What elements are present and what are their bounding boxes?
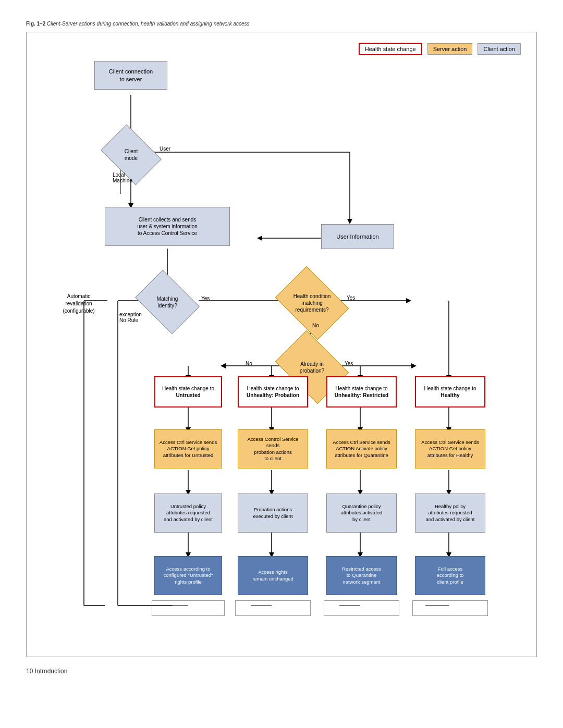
local-machine-label: Local Machine <box>113 172 132 183</box>
health-healthy-box: Health state change to Healthy <box>415 376 485 408</box>
fig-number: Fig. 1–2 <box>26 21 45 27</box>
health-condition-label: Health condition matching requirements? <box>282 281 342 325</box>
legend-health-box: Health state change <box>359 43 422 55</box>
client-restricted-box: Quarantine policy attributes activated b… <box>326 493 397 533</box>
action-healthy-label: Access Ctrl Service sends ACTION Get pol… <box>421 439 479 459</box>
user-label: User <box>160 146 170 152</box>
result-healthy-label: Full access according to client profile <box>437 566 464 585</box>
exception-text: exception No Rule <box>119 312 142 323</box>
matching-identity-label: Matching Identity? <box>141 282 193 322</box>
no2-label: No <box>246 361 252 366</box>
health-untrusted-bold: Untrusted <box>176 392 200 399</box>
bracket-restricted <box>324 600 399 616</box>
health-restricted-title: Health state change to <box>335 385 387 392</box>
svg-marker-15 <box>406 298 411 303</box>
fig-caption: Fig. 1–2 Client-Server actions during co… <box>26 21 537 27</box>
already-probation-text: Already in probation? <box>300 361 324 374</box>
bracket-healthy <box>412 600 488 616</box>
legend-client-box: Client action <box>478 43 521 55</box>
result-probation-label: Access rights remain unchanged <box>252 569 293 582</box>
health-healthy-bold: Healthy <box>440 392 459 399</box>
user-information-label: User Information <box>336 233 378 240</box>
client-connection-label: Client connection to server <box>109 68 153 83</box>
yes2-text: Yes <box>347 295 355 301</box>
legend-server-label: Server action <box>433 46 467 52</box>
user-text: User <box>160 146 170 152</box>
client-collects-label: Client collects and sends user & system … <box>137 216 198 237</box>
action-untrusted-box: Access Ctrl Service sends ACTION Get pol… <box>154 429 222 468</box>
yes3-text: Yes <box>345 361 353 366</box>
svg-marker-21 <box>411 363 417 368</box>
legend-server-box: Server action <box>427 43 473 55</box>
already-probation-diamond: Already in probation? <box>282 345 342 389</box>
local-machine-text: Local Machine <box>113 172 132 183</box>
client-connection-box: Client connection to server <box>94 61 167 90</box>
yes2-label: Yes <box>347 295 355 301</box>
no2-text: No <box>246 361 252 366</box>
bracket-untrusted <box>152 600 225 616</box>
action-healthy-box: Access Ctrl Service sends ACTION Get pol… <box>415 429 485 468</box>
health-untrusted-box: Health state change to Untrusted <box>154 376 222 408</box>
yes3-label: Yes <box>345 361 353 366</box>
user-information-box: User Information <box>321 224 394 249</box>
client-healthy-label: Healthy policy attributes requested and … <box>425 503 474 523</box>
legend-health: Health state change <box>359 43 422 55</box>
action-probation-box: Access Control Service sends probation a… <box>238 429 308 468</box>
client-probation-box: Probation actions executed by client <box>238 493 308 533</box>
matching-identity-text: Matching Identity? <box>157 295 178 309</box>
client-probation-label: Probation actions executed by client <box>253 507 292 520</box>
yes1-text: Yes <box>201 295 210 301</box>
health-condition-text: Health condition matching requirements? <box>293 293 331 313</box>
client-healthy-box: Healthy policy attributes requested and … <box>415 493 485 533</box>
exception-label: exception No Rule <box>119 306 142 323</box>
client-restricted-label: Quarantine policy attributes activated b… <box>341 503 383 523</box>
client-untrusted-label: Untrusted policy attributes requested an… <box>164 503 213 523</box>
client-untrusted-box: Untrusted policy attributes requested an… <box>154 493 222 533</box>
svg-marker-7 <box>347 219 352 224</box>
svg-marker-9 <box>257 236 262 241</box>
health-probation-bold: Unhealthy: Probation <box>247 392 299 399</box>
auto-revalidation-text: Automatic revalidation (configurable) <box>63 293 94 314</box>
auto-revalidation-label: Automatic revalidation (configurable) <box>55 293 102 315</box>
result-untrusted-label: Access according to configured "Untruste… <box>164 566 213 585</box>
client-collects-box: Client collects and sends user & system … <box>105 207 230 246</box>
action-untrusted-label: Access Ctrl Service sends ACTION Get pol… <box>160 439 217 459</box>
action-restricted-box: Access Ctrl Service sends ACTION Activat… <box>326 429 397 468</box>
action-restricted-label: Access Ctrl Service sends ACTION Activat… <box>333 439 390 459</box>
health-condition-diamond: Health condition matching requirements? <box>282 281 342 325</box>
legend-client-label: Client action <box>483 46 515 52</box>
legend: Health state change Server action Client… <box>359 43 521 55</box>
legend-client: Client action <box>478 43 521 55</box>
page: Fig. 1–2 Client-Server actions during co… <box>0 0 563 706</box>
svg-marker-19 <box>221 363 226 368</box>
diagram-container: Health state change Server action Client… <box>26 32 537 657</box>
health-healthy-title: Health state change to <box>424 385 476 392</box>
already-probation-label: Already in probation? <box>282 345 342 389</box>
bracket-probation <box>235 600 311 616</box>
action-probation-label: Access Control Service sends probation a… <box>241 436 305 462</box>
matching-identity-diamond: Matching Identity? <box>141 282 193 322</box>
client-mode-text: Client mode <box>125 148 138 162</box>
result-healthy-box: Full access according to client profile <box>415 556 485 595</box>
result-restricted-label: Restricted access to Quarantine network … <box>342 566 381 585</box>
health-restricted-bold: Unhealthy: Restricted <box>335 392 388 399</box>
fig-title: Client-Server actions during connection,… <box>47 21 250 27</box>
result-restricted-box: Restricted access to Quarantine network … <box>326 556 397 595</box>
result-probation-box: Access rights remain unchanged <box>238 556 308 595</box>
client-mode-label: Client mode <box>106 137 156 173</box>
result-untrusted-box: Access according to configured "Untruste… <box>154 556 222 595</box>
legend-health-label: Health state change <box>365 46 416 52</box>
yes1-label: Yes <box>201 295 210 301</box>
footer-text: 10 Introduction <box>26 668 67 675</box>
health-untrusted-title: Health state change to <box>162 385 214 392</box>
client-mode-diamond: Client mode <box>106 137 156 173</box>
page-footer: 10 Introduction <box>26 668 537 675</box>
legend-server: Server action <box>427 43 473 55</box>
